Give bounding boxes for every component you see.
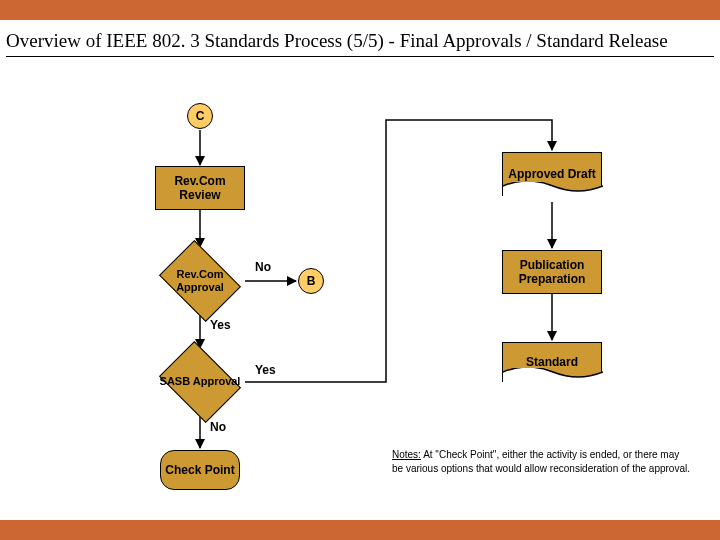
label-sasb-yes: Yes xyxy=(255,363,276,377)
revcom-approval-label: Rev.Com Approval xyxy=(155,268,245,294)
sasb-approval-label: SASB Approval xyxy=(160,375,241,388)
connector-b: B xyxy=(298,268,324,294)
notes-block: Notes: At "Check Point", either the acti… xyxy=(392,448,692,475)
notes-heading: Notes: xyxy=(392,449,421,460)
node-standard: Standard xyxy=(502,342,602,382)
decision-sasb-approval: SASB Approval xyxy=(155,348,245,416)
pub-prep-label: Publication Preparation xyxy=(507,258,597,287)
label-revcom-no: No xyxy=(255,260,271,274)
standard-label: Standard xyxy=(526,355,578,369)
revcom-review-label: Rev.Com Review xyxy=(160,174,240,203)
node-revcom-review: Rev.Com Review xyxy=(155,166,245,210)
check-point-label: Check Point xyxy=(165,463,234,477)
diagram-stage: C Rev.Com Review Rev.Com Approval No Yes… xyxy=(0,0,720,540)
node-check-point: Check Point xyxy=(160,450,240,490)
decision-revcom-approval: Rev.Com Approval xyxy=(155,247,245,315)
connector-c: C xyxy=(187,103,213,129)
node-publication-preparation: Publication Preparation xyxy=(502,250,602,294)
node-approved-draft: Approved Draft xyxy=(502,152,602,196)
approved-draft-label: Approved Draft xyxy=(508,167,595,181)
label-revcom-yes: Yes xyxy=(210,318,231,332)
notes-body: At "Check Point", either the activity is… xyxy=(392,449,690,474)
connector-c-label: C xyxy=(196,109,205,123)
connector-b-label: B xyxy=(307,274,316,288)
label-sasb-no: No xyxy=(210,420,226,434)
